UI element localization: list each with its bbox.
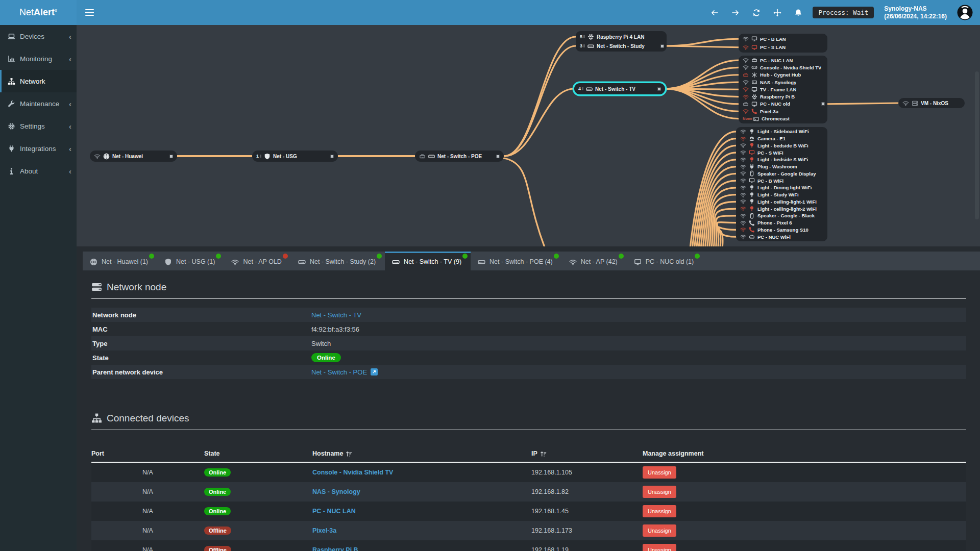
device-label: Pixel-3a [760,109,778,114]
unassign-button[interactable]: Unassign [643,544,676,551]
bell-icon[interactable] [794,9,802,17]
cast-icon [753,116,759,122]
tree-device-light-bedside-b-wifi[interactable]: Light - bedside B WiFi [736,142,827,149]
sidebar-item-integrations[interactable]: Integrations‹ [0,137,77,160]
tree-device-tv-frame-lan[interactable]: TV - Frame LAN [739,86,827,93]
state-pill: Online [204,507,231,515]
tab-net-switch-tv-9[interactable]: Net - Switch - TV (9) [385,252,471,270]
tree-node-vm[interactable]: VM - NixOS [898,98,965,108]
table-row: N/AOfflinePixel-3a192.168.1.173Unassign [91,521,966,540]
unassign-button[interactable]: Unassign [643,505,676,517]
sidebar-toggle-button[interactable] [77,0,103,25]
port-square [330,155,334,158]
tree-device-net-switch-study[interactable]: 3Net - Switch - Study [576,41,667,51]
column-header-ip[interactable]: IP [531,450,643,457]
pc-icon [634,258,642,266]
tree-device-pc-nuc-lan[interactable]: PC - NUC LAN [739,57,827,64]
device-link-pc-nuc-lan[interactable]: PC - NUC LAN [312,508,356,515]
tree-device-light-ceiling-light-1-wifi[interactable]: Light - ceiling-light-1 WiFi [736,198,827,206]
sidebar-item-label: Maintenance [20,100,59,108]
tree-device-raspberry-pi-b[interactable]: Raspberry Pi B [739,93,827,100]
tree-device-phone-pixel-6[interactable]: Phone - Pixel 6 [736,219,827,227]
tree-device-nas-synology[interactable]: NAS - Synology [739,79,827,86]
sidebar-item-monitoring[interactable]: Monitoring‹ [0,47,77,70]
sidebar-item-settings[interactable]: Settings‹ [0,115,77,137]
wifi-icon [743,108,749,114]
link-net-switch-tv[interactable]: Net - Switch - TV [311,311,361,319]
tree-device-pc-nuc-wifi[interactable]: PC - NUC WiFi [736,233,827,240]
cell-state: Online [204,468,312,477]
node-port-number: 5 [580,34,585,39]
tree-device-hub-cygnet-hub[interactable]: Hub - Cygnet Hub [739,71,827,79]
device-link-pixel-3a[interactable]: Pixel-3a [312,527,336,534]
console-icon [751,64,757,70]
tree-device-pc-s-wifi[interactable]: PC - S WiFi [736,149,827,156]
refresh-icon[interactable] [752,9,761,17]
cell-ip: 192.168.1.82 [531,488,643,495]
arrow-left-icon[interactable] [710,9,719,17]
tab-net-switch-poe-4[interactable]: Net - Switch - POE (4) [471,252,562,270]
tree-device-speaker-google-display[interactable]: Speaker - Google Display [736,170,827,178]
tab-label: Net - Huawei (1) [102,258,148,265]
tree-node-poe[interactable]: Net - Switch - POE [415,151,504,162]
cell-ip: 192.168.1.173 [531,527,643,534]
status-dot-green [619,254,624,259]
hub-icon [751,72,757,78]
tab-net-usg-1[interactable]: Net - USG (1) [157,252,224,270]
table-body: N/AOnlineConsole - Nvidia Shield TV192.1… [91,463,966,551]
column-label: State [204,450,220,457]
tree-device-camera-e1[interactable]: Camera - E1 [736,135,827,142]
tree-device-pixel-3a[interactable]: Pixel-3a [739,108,827,115]
scrollbar-thumb[interactable] [975,71,979,219]
unassign-button[interactable]: Unassign [643,466,676,479]
main-area: Net - Huawei1Net - USGNet - Switch - POE… [77,25,980,551]
tree-node-huawei[interactable]: Net - Huawei [90,151,177,162]
column-header-hostname[interactable]: Hostname [312,450,531,457]
tree-device-pc-b-lan[interactable]: PC - B LAN [739,35,827,43]
tree-node-usg[interactable]: 1Net - USG [252,151,338,162]
tree-device-light-study-wifi[interactable]: Light - Study WiFi [736,191,827,198]
device-label: Light - bedside B WiFi [757,143,808,148]
sidebar-item-about[interactable]: About‹ [0,160,77,182]
device-link-raspberry-pi-b[interactable]: Raspberry Pi B [312,546,358,551]
detail-value: Net - Switch - TV [311,311,966,319]
sidebar-item-maintenance[interactable]: Maintenance‹ [0,92,77,115]
tree-device-speaker-google-black[interactable]: Speaker - Google - Black [736,212,827,219]
unassign-button[interactable]: Unassign [643,524,676,537]
tree-node-tv[interactable]: 4Net - Switch - TV [574,83,665,94]
tree-device-light-sideboard-wifi[interactable]: Light - Sideboard WiFi [736,128,827,135]
tree-device-light-dining-light-wifi[interactable]: Light - Dining light WiFi [736,184,827,191]
tree-device-light-bedside-s-wifi[interactable]: Light - bedside S WiFi [736,156,827,163]
tab-pc-nuc-old-1[interactable]: PC - NUC old (1) [627,252,703,270]
app-logo[interactable]: NetAlertx [0,0,77,25]
link-net-switch-poe[interactable]: Net - Switch - POE [311,368,367,376]
arrow-right-icon[interactable] [731,9,740,17]
sidebar-item-network[interactable]: Network [0,70,77,92]
raspberry-icon [587,34,594,40]
tree-device-plug-washroom[interactable]: Plug - Washroom [736,163,827,170]
device-timestamp: (26/06/2024, 14:22:16) [884,13,947,20]
cell-hostname: Raspberry Pi B [312,546,531,551]
tab-net-ap-42[interactable]: Net - AP (42) [562,252,627,270]
device-label: PC - NUC old [760,101,790,107]
user-avatar[interactable] [957,5,973,20]
unassign-button[interactable]: Unassign [643,486,676,498]
tree-device-raspberry-pi-4-lan[interactable]: 5Raspberry Pi 4 LAN [576,32,667,41]
tab-net-ap-old[interactable]: Net - AP OLD [224,252,291,270]
tree-device-console-nvidia-shield-tv[interactable]: Console - Nvidia Shield TV [739,64,827,71]
tree-device-pc-s-lan[interactable]: PC - S LAN [739,43,827,52]
sidebar-item-devices[interactable]: Devices‹ [0,25,77,47]
tab-net-switch-study-2[interactable]: Net - Switch - Study (2) [291,252,385,270]
move-icon[interactable] [773,9,781,17]
tree-device-phone-samsung-s10[interactable]: Phone - Samsung S10 [736,227,827,234]
extlink-icon[interactable] [371,368,378,375]
tree-device-light-ceiling-light-2-wifi[interactable]: Light - ceiling-light-2 WiFi [736,205,827,212]
tree-device-chromecast[interactable]: NoneChromecast [739,115,827,122]
tab-net-huawei-1[interactable]: Net - Huawei (1) [83,252,157,270]
wifi-icon [740,213,746,219]
tree-device-pc-nuc-old[interactable]: PC - NUC old [739,101,827,108]
device-link-console-nvidia-shield-tv[interactable]: Console - Nvidia Shield TV [312,469,393,476]
raspberry-icon [751,94,757,100]
tree-device-pc-b-wifi[interactable]: PC - B WiFi [736,177,827,184]
device-link-nas-synology[interactable]: NAS - Synology [312,488,360,495]
